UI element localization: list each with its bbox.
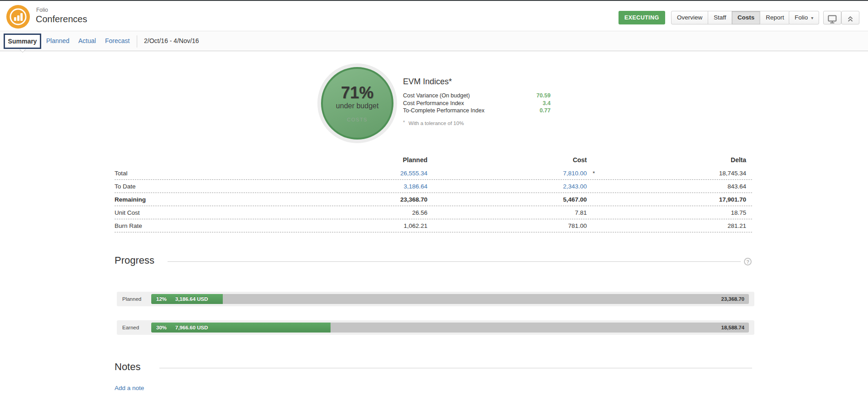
- progress-divider: [168, 261, 741, 262]
- monitor-icon: [827, 14, 837, 24]
- cost-asterisk: *: [593, 167, 595, 180]
- evm-value: 0.77: [540, 107, 551, 115]
- table-row-unit-cost: Unit Cost 26.56 7.81 18.75: [115, 206, 752, 219]
- gauge-percent: 71%: [341, 85, 374, 101]
- bar-fill-earned: 30% 7,966.60 USD: [151, 323, 331, 333]
- page-title: Conferences: [36, 14, 87, 24]
- bar-amount: 7,966.60 USD: [175, 325, 208, 330]
- row-label: Remaining: [115, 193, 146, 206]
- bar-remaining-value: 23,368.70: [721, 294, 744, 304]
- nav-button-overview[interactable]: Overview: [671, 11, 708, 24]
- remaining-delta: 17,901.70: [719, 193, 746, 206]
- todate-cost-link[interactable]: 2,343.00: [563, 180, 587, 193]
- active-tab-caret: [19, 49, 26, 52]
- evm-value: 70.59: [537, 92, 551, 100]
- nav-button-staff[interactable]: Staff: [708, 11, 732, 24]
- bar-track: 30% 7,966.60 USD 18,588.74: [151, 323, 749, 333]
- burnrate-delta: 281.21: [728, 219, 746, 232]
- column-header-cost: Cost: [573, 155, 587, 165]
- remaining-cost: 5,467.00: [563, 193, 587, 206]
- evm-row-cpi: Cost Performance Index 3.4: [403, 100, 551, 107]
- table-row-burn-rate: Burn Rate 1,062.21 781.00 281.21: [115, 219, 752, 232]
- table-row-remaining: Remaining 23,368.70 5,467.00 17,901.70: [115, 193, 752, 206]
- tab-summary[interactable]: Summary: [4, 34, 41, 49]
- table-row-total: Total 26,555.34 7,810.00 * 18,745.34: [115, 167, 752, 180]
- burnrate-planned: 1,062.21: [403, 219, 427, 232]
- caret-down-icon: ▾: [811, 15, 813, 20]
- product-label: Folio: [36, 7, 48, 13]
- notes-divider: [159, 368, 752, 368]
- gauge-caption: COSTS: [347, 117, 367, 122]
- evm-row-cost-variance: Cost Variance (On budget) 70.59: [403, 92, 551, 100]
- nav-button-costs[interactable]: Costs: [732, 11, 761, 24]
- folio-menu-label: Folio: [795, 14, 808, 21]
- header-nav-button-group: Overview Staff Costs Report: [671, 11, 790, 24]
- chevrons-up-icon: [847, 15, 854, 23]
- footnote-text: With a tolerance of 10%: [408, 121, 464, 126]
- total-cost-link[interactable]: 7,810.00: [563, 167, 587, 180]
- monitor-button[interactable]: [823, 11, 841, 24]
- cost-summary-table: Planned Cost Delta Total 26,555.34 7,810…: [115, 155, 752, 232]
- header: Folio Conferences EXECUTING Overview Sta…: [0, 1, 868, 31]
- header-icon-button-group: [823, 11, 859, 24]
- footnote-marker: *: [403, 120, 405, 125]
- folio-menu-button[interactable]: Folio▾: [789, 11, 819, 24]
- unitcost-planned: 26.56: [412, 206, 427, 219]
- subnav-divider: [137, 35, 137, 48]
- bar-label-planned: Planned: [122, 292, 141, 306]
- collapse-button[interactable]: [841, 11, 859, 24]
- total-delta: 18,745.34: [719, 167, 746, 180]
- progress-bar-earned: Earned 30% 7,966.60 USD 18,588.74: [117, 320, 754, 335]
- costs-gauge: 71% under budget COSTS: [317, 63, 397, 143]
- table-row-to-date: To Date 3,186.64 2,343.00 843.64: [115, 180, 752, 193]
- unitcost-delta: 18.75: [731, 206, 746, 219]
- help-icon[interactable]: ?: [744, 258, 752, 265]
- remaining-planned: 23,368.70: [400, 193, 427, 206]
- bar-fill-planned: 12% 3,186.64 USD: [151, 294, 223, 304]
- todate-delta: 843.64: [728, 180, 746, 193]
- row-label: To Date: [115, 180, 136, 193]
- burnrate-cost: 781.00: [568, 219, 587, 232]
- todate-planned-link[interactable]: 3,186.64: [403, 180, 427, 193]
- date-range: 2/Oct/16 - 4/Nov/16: [144, 37, 199, 44]
- evm-value: 3.4: [543, 100, 551, 107]
- costs-subnav: Summary Planned Actual Forecast 2/Oct/16…: [0, 31, 868, 51]
- column-header-delta: Delta: [731, 155, 746, 165]
- bar-amount: 3,186.64 USD: [175, 296, 208, 302]
- evm-row-tcpi: To-Complete Performance Index 0.77: [403, 107, 551, 115]
- evm-title: EVM Indices*: [403, 77, 551, 87]
- evm-label: Cost Variance (On budget): [403, 92, 470, 100]
- tab-planned[interactable]: Planned: [46, 37, 69, 44]
- nav-button-report[interactable]: Report: [760, 11, 790, 24]
- bar-percent: 12%: [156, 296, 167, 302]
- gauge-label: under budget: [336, 102, 379, 110]
- notes-section-title: Notes: [115, 361, 140, 373]
- row-label: Burn Rate: [115, 219, 142, 232]
- unitcost-cost: 7.81: [575, 206, 587, 219]
- evm-footnote: *With a tolerance of 10%: [403, 121, 551, 126]
- folio-logo-icon: [6, 5, 30, 29]
- tab-summary-label: Summary: [8, 38, 37, 45]
- progress-bar-planned: Planned 12% 3,186.64 USD 23,368.70: [117, 292, 754, 306]
- table-header-row: Planned Cost Delta: [115, 155, 752, 167]
- row-label: Unit Cost: [115, 206, 140, 219]
- status-badge[interactable]: EXECUTING: [619, 11, 665, 24]
- bar-percent: 30%: [156, 325, 167, 330]
- row-label: Total: [115, 167, 128, 180]
- total-planned-link[interactable]: 26,555.34: [400, 167, 427, 180]
- column-header-planned: Planned: [403, 155, 427, 165]
- bar-track: 12% 3,186.64 USD 23,368.70: [151, 294, 749, 304]
- add-note-link[interactable]: Add a note: [115, 385, 144, 391]
- bar-remaining-value: 18,588.74: [721, 323, 744, 333]
- progress-section-title: Progress: [115, 255, 154, 266]
- costs-gauge-inner: 71% under budget COSTS: [321, 67, 393, 140]
- evm-label: To-Complete Performance Index: [403, 107, 484, 115]
- evm-indices-panel: EVM Indices* Cost Variance (On budget) 7…: [403, 77, 551, 126]
- tab-forecast[interactable]: Forecast: [105, 37, 129, 44]
- bar-label-earned: Earned: [122, 320, 139, 335]
- tab-actual[interactable]: Actual: [78, 37, 96, 44]
- evm-label: Cost Performance Index: [403, 100, 464, 107]
